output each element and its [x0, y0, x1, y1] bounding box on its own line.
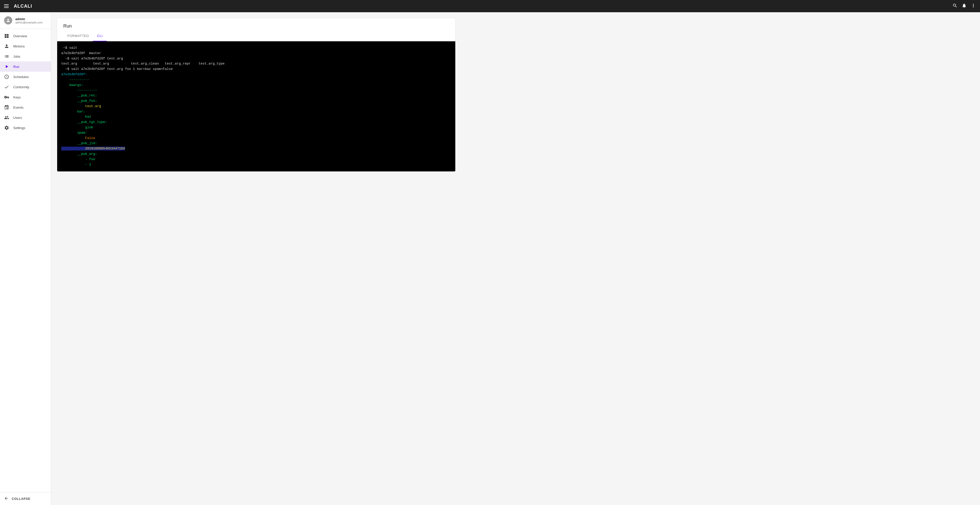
user-info: admin admin@example.com	[15, 17, 43, 24]
layout: admin admin@example.com Overview Minions	[0, 12, 980, 505]
sidebar-label-jobs: Jobs	[13, 55, 20, 59]
app-title: ALCALI	[14, 3, 953, 9]
collapse-label: COLLAPSE	[12, 497, 30, 501]
sidebar-label-run: Run	[13, 65, 19, 68]
sidebar-item-minions[interactable]: Minions	[0, 41, 51, 51]
run-card: Run FORMATTED CLI ~$ salt a7e2b4bfd20f m…	[57, 18, 455, 172]
sidebar-label-settings: Settings	[13, 126, 25, 130]
sidebar-item-conformity[interactable]: Conformity	[0, 82, 51, 92]
jobs-icon	[4, 54, 9, 59]
sidebar-item-overview[interactable]: Overview	[0, 31, 51, 41]
sidebar-label-overview: Overview	[13, 34, 27, 38]
notifications-icon[interactable]	[962, 3, 967, 10]
sidebar-item-jobs[interactable]: Jobs	[0, 51, 51, 62]
sidebar-item-keys[interactable]: Keys	[0, 92, 51, 102]
search-icon[interactable]	[953, 3, 958, 10]
user-profile: admin admin@example.com	[0, 12, 51, 29]
collapse-button[interactable]: COLLAPSE	[0, 492, 51, 505]
collapse-arrow-icon	[4, 496, 9, 502]
sidebar: admin admin@example.com Overview Minions	[0, 12, 51, 505]
avatar	[4, 16, 12, 24]
sidebar-label-users: Users	[13, 116, 22, 120]
keys-icon	[4, 95, 9, 100]
schedules-icon	[4, 74, 9, 79]
user-name: admin	[15, 17, 43, 21]
sidebar-nav: Overview Minions Jobs Run	[0, 29, 51, 492]
sidebar-item-run[interactable]: Run	[0, 62, 51, 71]
sidebar-item-settings[interactable]: Settings	[0, 123, 51, 133]
conformity-icon	[4, 84, 9, 89]
topbar: ALCALI	[0, 0, 980, 12]
users-icon	[4, 115, 9, 120]
tabs-bar: FORMATTED CLI	[57, 31, 455, 41]
events-icon	[4, 105, 9, 110]
menu-icon[interactable]	[4, 4, 9, 8]
sidebar-label-schedules: Schedules	[13, 75, 29, 79]
terminal-output: ~$ salt a7e2b4bfd20f master ~$ salt a7e2…	[57, 41, 455, 172]
sidebar-label-keys: Keys	[13, 95, 21, 99]
tab-formatted[interactable]: FORMATTED	[63, 31, 93, 41]
run-icon	[4, 64, 9, 69]
sidebar-label-events: Events	[13, 106, 24, 110]
sidebar-label-minions: Minions	[13, 44, 25, 48]
minions-icon	[4, 44, 9, 49]
sidebar-label-conformity: Conformity	[13, 85, 29, 89]
tab-cli[interactable]: CLI	[93, 31, 107, 41]
card-title: Run	[57, 18, 455, 29]
grid-icon	[4, 33, 9, 38]
user-email: admin@example.com	[15, 21, 43, 24]
settings-icon	[4, 125, 9, 130]
sidebar-item-events[interactable]: Events	[0, 102, 51, 113]
topbar-actions	[953, 3, 976, 10]
sidebar-item-users[interactable]: Users	[0, 113, 51, 123]
main-content: Run FORMATTED CLI ~$ salt a7e2b4bfd20f m…	[51, 12, 980, 505]
more-icon[interactable]	[971, 3, 976, 10]
sidebar-item-schedules[interactable]: Schedules	[0, 71, 51, 82]
